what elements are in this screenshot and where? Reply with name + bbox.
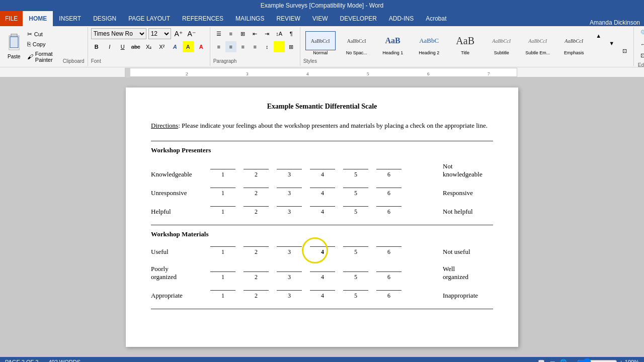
scale-cell-4: 4 bbox=[306, 188, 339, 197]
view-web-icon[interactable]: 🌐 bbox=[560, 359, 567, 363]
zoom-out-button[interactable]: − bbox=[572, 359, 575, 362]
paragraph-group-label: Paragraph bbox=[213, 58, 297, 65]
select-button[interactable]: ⊡ Select ▼ bbox=[638, 51, 644, 60]
tab-mailings[interactable]: MAILINGS bbox=[229, 11, 270, 26]
line-spacing-button[interactable]: ↕ bbox=[262, 41, 273, 52]
font-size-selector[interactable]: 12 bbox=[148, 28, 171, 39]
font-color-button[interactable]: A bbox=[196, 41, 207, 52]
tab-developer[interactable]: DEVELOPER bbox=[334, 11, 382, 26]
superscript-button[interactable]: X² bbox=[156, 41, 168, 52]
scale-numbers-unresponsive: 1 2 3 4 5 6 bbox=[206, 188, 438, 197]
text-highlight-button[interactable]: A bbox=[183, 41, 194, 52]
doc-title: Example Semantic Differential Scale bbox=[151, 103, 493, 111]
style-title[interactable]: AaB Title bbox=[448, 29, 482, 58]
grow-font-button[interactable]: A⁺ bbox=[173, 28, 184, 39]
styles-expand[interactable]: ⊡ bbox=[619, 45, 630, 56]
style-title-label: Title bbox=[461, 50, 469, 55]
styles-scroll-down[interactable]: ▼ bbox=[606, 38, 617, 49]
find-button[interactable]: 🔍 Find ▼ bbox=[638, 28, 644, 38]
scale-cell-6: 6 bbox=[372, 272, 406, 281]
replace-button[interactable]: ↔ Replace bbox=[638, 40, 644, 49]
format-painter-button[interactable]: 🖌 Format Painter bbox=[25, 50, 61, 64]
strikethrough-button[interactable]: abc bbox=[130, 41, 141, 52]
scale-line bbox=[343, 169, 368, 169]
copy-button[interactable]: ⎘ Copy bbox=[25, 40, 61, 49]
style-heading1[interactable]: AaB Heading 1 bbox=[376, 29, 410, 58]
scale-cell-1: 1 bbox=[206, 290, 239, 300]
tab-file[interactable]: FILE bbox=[0, 11, 23, 26]
tab-page-layout[interactable]: PAGE LAYOUT bbox=[122, 11, 176, 26]
multilevel-button[interactable]: ⊞ bbox=[237, 28, 249, 39]
align-right-button[interactable]: ≡ bbox=[237, 41, 249, 52]
user-name: Amanda Dickinson bbox=[590, 19, 640, 26]
subscript-button[interactable]: X₂ bbox=[143, 41, 154, 52]
svg-rect-11 bbox=[125, 68, 130, 77]
borders-button[interactable]: ⊞ bbox=[286, 41, 297, 52]
scale-line bbox=[210, 169, 235, 169]
tab-design[interactable]: DESIGN bbox=[87, 11, 122, 26]
scale-cell-2: 2 bbox=[239, 290, 273, 300]
scale-cell-6: 6 bbox=[372, 246, 406, 256]
tab-home[interactable]: HOME bbox=[23, 11, 53, 26]
scale-cell-6: 6 bbox=[372, 169, 406, 178]
title-bar-text: Example Surveys [Compatibility Mode] - W… bbox=[261, 2, 384, 9]
highlight-circle bbox=[302, 237, 328, 263]
style-subtitle[interactable]: AaBbCcI Subtitle bbox=[485, 29, 519, 58]
text-effects-button[interactable]: A bbox=[170, 41, 181, 52]
style-normal[interactable]: AaBbCcI Normal bbox=[303, 29, 338, 58]
tab-acrobat[interactable]: Acrobat bbox=[420, 11, 452, 26]
tab-add-ins[interactable]: ADD-INS bbox=[383, 11, 420, 26]
view-read-icon[interactable]: 📖 bbox=[538, 359, 545, 363]
font-name-selector[interactable]: Times New Ro bbox=[91, 28, 146, 39]
view-layout-icon[interactable]: ▭ bbox=[550, 359, 555, 363]
style-no-spacing[interactable]: AaBbCcI No Spac... bbox=[340, 29, 374, 58]
label-useful: Useful bbox=[151, 248, 206, 256]
shrink-font-button[interactable]: A⁻ bbox=[186, 28, 197, 39]
svg-text:2: 2 bbox=[186, 71, 188, 76]
style-no-spacing-label: No Spac... bbox=[346, 50, 367, 55]
scale-num: 2 bbox=[255, 292, 258, 300]
styles-group-label: Styles bbox=[303, 58, 630, 65]
decrease-indent-button[interactable]: ⇤ bbox=[250, 28, 261, 39]
zoom-slider[interactable] bbox=[577, 358, 617, 362]
shading-button[interactable] bbox=[274, 41, 285, 52]
underline-button[interactable]: U bbox=[117, 41, 128, 52]
format-painter-icon: 🖌 bbox=[27, 53, 33, 60]
increase-indent-button[interactable]: ⇥ bbox=[262, 28, 273, 39]
style-heading2[interactable]: AaBbC Heading 2 bbox=[412, 29, 446, 58]
sort-button[interactable]: ↕A bbox=[274, 28, 285, 39]
align-left-button[interactable]: ≡ bbox=[213, 41, 224, 52]
paste-button[interactable]: Paste bbox=[5, 30, 23, 64]
align-center-button[interactable]: ≡ bbox=[225, 41, 236, 52]
svg-text:5: 5 bbox=[367, 71, 369, 76]
tab-view[interactable]: VIEW bbox=[306, 11, 334, 26]
styles-scroll-up[interactable]: ▲ bbox=[593, 30, 604, 41]
style-emphasis[interactable]: AaBbCcI Emphasis bbox=[557, 29, 591, 58]
scale-numbers-poorly-organized: 1 2 3 4 5 6 bbox=[206, 272, 438, 281]
style-subtle-em[interactable]: AaBbCcI Subtle Em... bbox=[521, 29, 555, 58]
scale-cell-2: 2 bbox=[239, 206, 273, 216]
style-normal-label: Normal bbox=[313, 50, 328, 55]
scale-line bbox=[376, 169, 401, 169]
show-marks-button[interactable]: ¶ bbox=[286, 28, 297, 39]
zoom-in-button[interactable]: + bbox=[619, 359, 622, 362]
cut-button[interactable]: ✂ Cut bbox=[25, 30, 61, 39]
bullets-button[interactable]: ☰ bbox=[213, 28, 224, 39]
tab-references[interactable]: REFERENCES bbox=[176, 11, 229, 26]
scale-line bbox=[277, 206, 302, 207]
directions-body: Please indicate your feelings about the … bbox=[180, 122, 488, 129]
justify-button[interactable]: ≡ bbox=[250, 41, 261, 52]
status-right: 📖 ▭ 🌐 − + 100% bbox=[538, 358, 639, 362]
label-responsive: Responsive bbox=[438, 189, 493, 197]
bold-button[interactable]: B bbox=[91, 41, 102, 52]
italic-button[interactable]: I bbox=[104, 41, 115, 52]
tab-insert[interactable]: INSERT bbox=[53, 11, 87, 26]
tab-review[interactable]: REVIEW bbox=[270, 11, 306, 26]
doc-area: Example Semantic Differential Scale Dire… bbox=[0, 77, 644, 357]
style-normal-preview: AaBbCcI bbox=[305, 31, 336, 50]
numbering-button[interactable]: ≡ bbox=[225, 28, 236, 39]
cut-icon: ✂ bbox=[27, 31, 32, 38]
scale-num: 5 bbox=[354, 274, 357, 281]
scale-cell-2: 2 bbox=[239, 169, 273, 178]
title-bar: Example Surveys [Compatibility Mode] - W… bbox=[0, 0, 644, 11]
